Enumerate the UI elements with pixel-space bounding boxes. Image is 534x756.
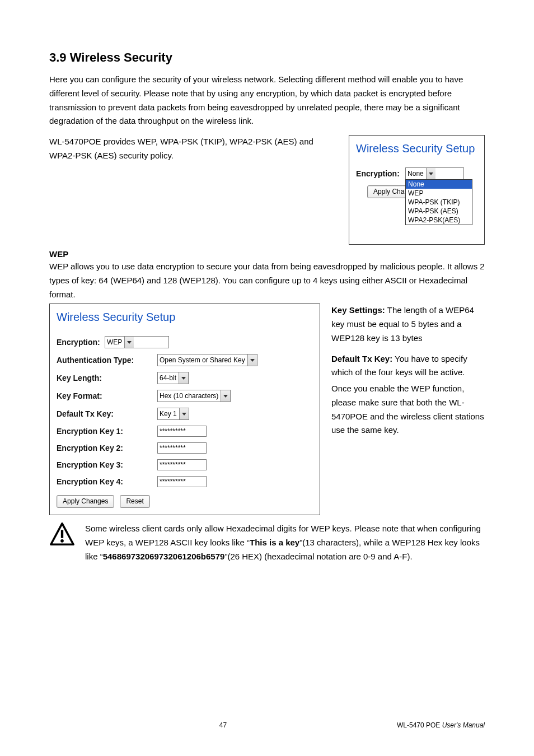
encryption-dropdown-list: None WEP WPA-PSK (TKIP) WPA-PSK (AES) WP… <box>405 179 472 225</box>
encryption-select[interactable]: None None WEP WPA-PSK (TKIP) WPA-PSK (AE… <box>405 167 464 180</box>
enc-key4-input[interactable]: ********** <box>157 476 207 487</box>
dropdown-arrow-icon <box>247 354 257 366</box>
encryption-select-2[interactable]: WEP <box>105 336 169 348</box>
svg-point-2 <box>60 539 64 543</box>
auth-type-label: Authentication Type: <box>57 356 157 365</box>
key-length-label: Key Length: <box>57 374 157 382</box>
dropdown-arrow-icon <box>179 372 188 384</box>
dropdown-arrow-icon <box>221 390 230 402</box>
encryption-option-wep[interactable]: WEP <box>406 189 472 198</box>
auth-type-select[interactable]: Open System or Shared Key <box>157 354 257 366</box>
dropdown-arrow-icon <box>426 168 435 179</box>
key-settings-paragraph: Key Settings: The length of a WEP64 key … <box>331 304 485 345</box>
key-format-label: Key Format: <box>57 391 157 400</box>
figure-security-setup-none: Wireless Security Setup Encryption: None… <box>349 135 485 245</box>
enc-key3-input[interactable]: ********** <box>157 459 207 470</box>
reset-button[interactable]: Reset <box>120 495 149 508</box>
default-tx-paragraph: Default Tx Key: You have to specify whic… <box>331 352 485 380</box>
footer-manual: WL-5470 POE User's Manual <box>397 721 485 729</box>
dropdown-arrow-icon <box>124 337 134 348</box>
key-length-select[interactable]: 64-bit <box>157 372 189 384</box>
key-format-select[interactable]: Hex (10 characters) <box>157 390 231 402</box>
policy-paragraph: WL-5470POE provides WEP, WPA-PSK (TKIP),… <box>49 135 338 163</box>
figure2-title: Wireless Security Setup <box>57 311 313 324</box>
page-number: 47 <box>49 721 397 729</box>
default-tx-key-value: Key 1 <box>160 410 177 418</box>
enc-key1-input[interactable]: ********** <box>157 426 207 437</box>
key-settings-label: Key Settings: <box>331 305 385 315</box>
auth-type-value: Open System or Shared Key <box>160 356 245 364</box>
footer-product: WL-5470 POE <box>397 721 442 729</box>
key-length-value: 64-bit <box>160 374 176 382</box>
enc-key2-label: Encryption Key 2: <box>57 444 157 452</box>
apply-changes-button-2[interactable]: Apply Changes <box>57 495 114 508</box>
key-format-value: Hex (10 characters) <box>160 392 218 400</box>
encryption-label: Encryption: <box>356 169 405 178</box>
enc-key4-label: Encryption Key 4: <box>57 477 157 486</box>
warn-bold-b: 546869732069732061206b6579 <box>103 552 225 561</box>
enc-key3-label: Encryption Key 3: <box>57 460 157 469</box>
svg-rect-1 <box>61 530 63 538</box>
default-tx-label-text: Default Tx Key: <box>331 354 392 363</box>
figure1-title: Wireless Security Setup <box>356 142 477 155</box>
figure-security-setup-wep: Wireless Security Setup Encryption: WEP … <box>49 304 320 515</box>
intro-paragraph: Here you can configure the security of y… <box>49 73 485 128</box>
warn-text-c: ”(26 HEX) (hexadecimal notation are 0-9 … <box>224 552 412 561</box>
encryption-option-none[interactable]: None <box>406 180 472 189</box>
encryption-option-wpa-aes[interactable]: WPA-PSK (AES) <box>406 207 472 216</box>
default-tx-key-select[interactable]: Key 1 <box>157 408 189 420</box>
encryption-label-2: Encryption: <box>57 338 105 347</box>
apply-changes-button[interactable]: Apply Cha <box>367 185 410 198</box>
section-heading: 3.9 Wireless Security <box>49 50 485 65</box>
dropdown-arrow-icon <box>179 408 189 419</box>
wep-same-key-note: Once you enable the WEP function, please… <box>331 382 485 437</box>
encryption-option-wpa-tkip[interactable]: WPA-PSK (TKIP) <box>406 198 472 207</box>
enc-key1-label: Encryption Key 1: <box>57 427 157 436</box>
enc-key2-input[interactable]: ********** <box>157 442 207 454</box>
wep-intro: WEP allows you to use data encryption to… <box>49 260 485 301</box>
warn-bold-a: This is a key <box>250 538 299 547</box>
encryption-select-value: None <box>407 170 424 178</box>
encryption-select-value-2: WEP <box>107 338 122 346</box>
warning-paragraph: Some wireless client cards only allow He… <box>85 522 485 563</box>
footer-manual-text: User's Manual <box>442 721 485 729</box>
encryption-option-wpa2-aes[interactable]: WPA2-PSK(AES) <box>406 216 472 225</box>
default-tx-key-label: Default Tx Key: <box>57 409 157 418</box>
wep-heading: WEP <box>49 249 485 259</box>
warning-icon <box>49 522 75 563</box>
